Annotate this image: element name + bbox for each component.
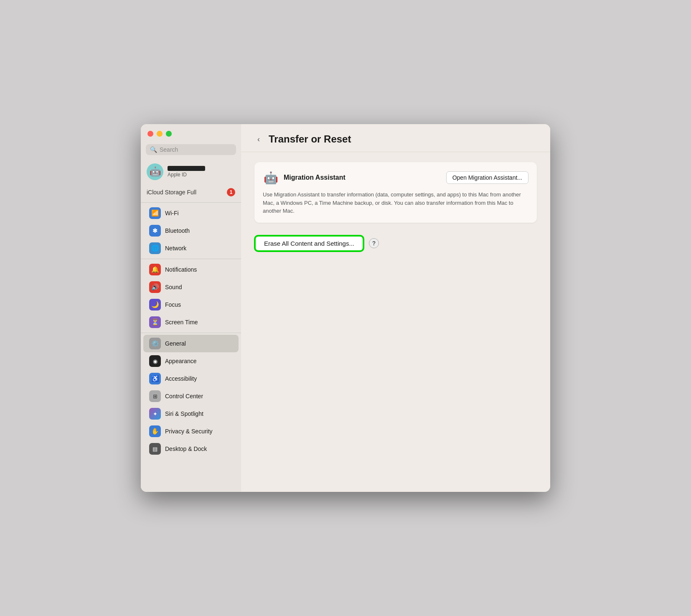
appearance-icon: ◉ — [149, 355, 161, 367]
main-panel: ‹ Transfer or Reset 🤖 Migration Assistan… — [241, 124, 550, 492]
migration-description: Use Migration Assistant to transfer info… — [263, 191, 528, 215]
bluetooth-icon: ✱ — [149, 225, 161, 237]
search-bar[interactable]: 🔍 — [146, 144, 236, 155]
main-content: 🤖 Migration Assistant Open Migration Ass… — [241, 152, 550, 492]
notifications-icon: 🔔 — [149, 264, 161, 275]
erase-all-content-button[interactable]: Erase All Content and Settings... — [254, 235, 364, 252]
privacy-icon: ✋ — [149, 425, 161, 437]
apple-id-info: Apple ID — [168, 166, 205, 178]
icloud-badge: 1 — [227, 188, 235, 196]
sidebar-item-notifications[interactable]: 🔔 Notifications — [143, 261, 239, 278]
icloud-row[interactable]: iCloud Storage Full 1 — [141, 186, 241, 201]
sidebar-label-controlcenter: Control Center — [165, 393, 203, 400]
sidebar-label-focus: Focus — [165, 301, 181, 308]
sidebar-item-focus[interactable]: 🌙 Focus — [143, 296, 239, 313]
avatar: 🤖 — [147, 163, 163, 180]
sidebar-label-general: General — [165, 340, 186, 347]
sidebar-item-network[interactable]: 🌐 Network — [143, 239, 239, 257]
erase-row: Erase All Content and Settings... ? — [254, 231, 537, 252]
main-header: ‹ Transfer or Reset — [241, 124, 550, 152]
sidebar-item-wifi[interactable]: 📶 Wi-Fi — [143, 204, 239, 222]
sidebar-item-bluetooth[interactable]: ✱ Bluetooth — [143, 222, 239, 239]
migration-row: 🤖 Migration Assistant Open Migration Ass… — [263, 170, 528, 186]
sidebar-label-wifi: Wi-Fi — [165, 210, 179, 216]
migration-label: Migration Assistant — [284, 174, 346, 181]
network-icon: 🌐 — [149, 242, 161, 254]
migration-assistant-icon: 🤖 — [263, 170, 279, 186]
sidebar-item-controlcenter[interactable]: ⊞ Control Center — [143, 387, 239, 405]
search-input[interactable] — [160, 146, 232, 153]
migration-left: 🤖 Migration Assistant — [263, 170, 346, 186]
sidebar-label-bluetooth: Bluetooth — [165, 227, 190, 234]
apple-id-label: Apple ID — [168, 172, 205, 178]
wifi-icon: 📶 — [149, 207, 161, 219]
controlcenter-icon: ⊞ — [149, 390, 161, 402]
apple-id-row[interactable]: 🤖 Apple ID — [141, 161, 241, 186]
accessibility-icon: ♿ — [149, 373, 161, 384]
divider-1 — [141, 202, 241, 203]
sidebar-item-appearance[interactable]: ◉ Appearance — [143, 352, 239, 370]
apple-id-name-redacted — [168, 166, 205, 171]
sidebar-item-privacy[interactable]: ✋ Privacy & Security — [143, 423, 239, 440]
fullscreen-button[interactable] — [166, 131, 172, 137]
sidebar-label-screentime: Screen Time — [165, 319, 198, 326]
divider-2 — [141, 259, 241, 259]
focus-icon: 🌙 — [149, 299, 161, 311]
help-button[interactable]: ? — [369, 238, 379, 248]
sidebar-label-accessibility: Accessibility — [165, 375, 197, 382]
siri-icon: ✦ — [149, 408, 161, 420]
divider-3 — [141, 333, 241, 333]
sidebar-label-privacy: Privacy & Security — [165, 428, 213, 435]
sidebar-item-sound[interactable]: 🔊 Sound — [143, 278, 239, 296]
close-button[interactable] — [147, 131, 153, 137]
sidebar-label-siri: Siri & Spotlight — [165, 410, 203, 417]
sidebar-item-accessibility[interactable]: ♿ Accessibility — [143, 370, 239, 387]
sidebar-label-sound: Sound — [165, 284, 182, 290]
open-migration-button[interactable]: Open Migration Assistant... — [446, 171, 528, 184]
system-preferences-window: 🔍 🤖 Apple ID iCloud Storage Full 1 📶 Wi-… — [141, 124, 550, 492]
search-icon: 🔍 — [150, 146, 157, 153]
sidebar-item-siri[interactable]: ✦ Siri & Spotlight — [143, 405, 239, 423]
sidebar-item-screentime[interactable]: ⏳ Screen Time — [143, 313, 239, 331]
sidebar-item-desktop[interactable]: ▤ Desktop & Dock — [143, 440, 239, 458]
sidebar: 🔍 🤖 Apple ID iCloud Storage Full 1 📶 Wi-… — [141, 124, 241, 492]
sound-icon: 🔊 — [149, 281, 161, 293]
desktop-icon: ▤ — [149, 443, 161, 455]
page-title: Transfer or Reset — [269, 133, 351, 145]
sidebar-item-general[interactable]: ⚙️ General — [143, 335, 239, 352]
back-button[interactable]: ‹ — [253, 133, 264, 145]
sidebar-label-network: Network — [165, 245, 186, 252]
traffic-lights — [141, 131, 241, 144]
migration-card: 🤖 Migration Assistant Open Migration Ass… — [254, 162, 537, 223]
minimize-button[interactable] — [157, 131, 163, 137]
icloud-label: iCloud Storage Full — [147, 189, 196, 196]
general-icon: ⚙️ — [149, 338, 161, 349]
screentime-icon: ⏳ — [149, 316, 161, 328]
sidebar-label-appearance: Appearance — [165, 358, 197, 364]
sidebar-label-notifications: Notifications — [165, 266, 197, 273]
sidebar-label-desktop: Desktop & Dock — [165, 445, 207, 452]
